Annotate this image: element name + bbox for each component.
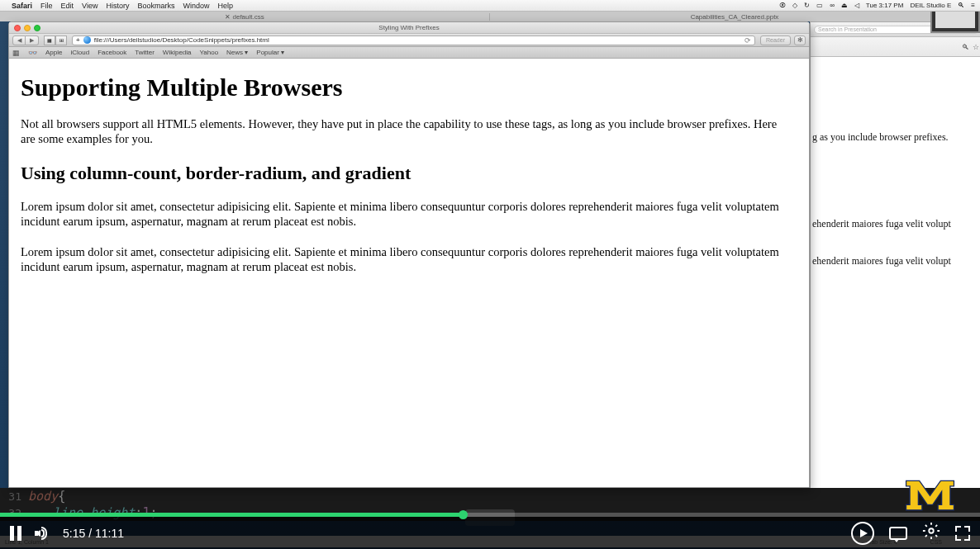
background-tabs: ✕ default.css Capabilities_CA_Cleared.pp… (0, 12, 980, 21)
watermark-logo (903, 476, 957, 513)
fullscreen-button[interactable] (955, 526, 970, 541)
webpage-content: Supporting Multiple Browsers Not all bro… (9, 59, 809, 487)
settings-gear-button[interactable] (922, 522, 940, 544)
safari-titlebar[interactable]: Styling With Prefixes (9, 22, 809, 34)
bg-text-line-1: g as you include browser prefixes. (812, 131, 980, 144)
menubar-user[interactable]: DEIL Studio E (910, 2, 951, 9)
css-brace: { (58, 489, 65, 504)
video-player-controls: 5:15 / 11:11 (0, 513, 980, 549)
reading-list-icon[interactable]: 👓 (28, 49, 37, 57)
menubar-eject-icon[interactable]: ⏏ (841, 2, 848, 9)
topsites-button[interactable]: ⊞ (55, 35, 67, 45)
lorem-paragraph-1: Lorem ipsum dolor sit amet, consectetur … (21, 199, 797, 229)
address-bar[interactable]: + file:///Users/deilstudioe/Desktop/Code… (72, 35, 755, 45)
volume-icon[interactable] (35, 526, 50, 541)
css-selector: body (28, 489, 58, 504)
video-total-time: 11:11 (95, 527, 124, 540)
back-button[interactable]: ◀ (12, 35, 26, 45)
page-heading-1: Supporting Multiple Browsers (21, 73, 797, 102)
video-controls-row: 5:15 / 11:11 (0, 517, 980, 549)
menubar-volume-icon[interactable]: ◁ (854, 2, 859, 9)
spotlight-icon[interactable]: 🔍︎ (958, 2, 964, 9)
video-progress-bar[interactable] (0, 513, 980, 517)
add-bookmark-icon[interactable]: + (76, 36, 80, 44)
menubar-display-icon[interactable]: ▭ (816, 2, 823, 9)
bg-tab-2[interactable]: Capabilities_CA_Cleared.pptx (490, 13, 980, 21)
menubar-status-icon[interactable]: ⦿ (779, 2, 786, 9)
bookmarks-bar: ▦ 👓 Apple iCloud Facebook Twitter Wikipe… (9, 47, 809, 59)
bg-star-icon[interactable]: ☆ (973, 43, 979, 51)
editor-line-31[interactable]: 31 body { (0, 488, 980, 504)
safari-toolbar: ◀ ▶ ▦ ⊞ + file:///Users/deilstudioe/Desk… (9, 34, 809, 47)
menu-bookmarks[interactable]: Bookmarks (137, 2, 174, 10)
menu-window[interactable]: Window (183, 2, 209, 10)
bookmark-news[interactable]: News ▾ (226, 49, 248, 56)
sidebar-toggle-button[interactable]: ▦ (44, 35, 55, 45)
menubar-list-icon[interactable]: ≡ (971, 2, 975, 9)
bg-zoom-icon[interactable]: 🔍︎ (962, 43, 969, 51)
forward-button[interactable]: ▶ (26, 35, 39, 45)
reader-button[interactable]: Reader (760, 35, 791, 45)
bg-slide-content: g as you include browser prefixes. ehend… (811, 57, 980, 276)
menu-file[interactable]: File (40, 2, 53, 10)
bg-text-line-3: ehenderit maiores fuga velit volupt (812, 255, 980, 267)
bg-window-toolbar2: 🔍︎ ☆ (811, 37, 980, 57)
menu-history[interactable]: History (106, 2, 129, 10)
menu-help[interactable]: Help (217, 2, 233, 10)
bookmark-facebook[interactable]: Facebook (98, 49, 126, 56)
video-time-display: 5:15 / 11:11 (63, 527, 124, 540)
bg-text-line-2: ehenderit maiores fuga velit volupt (812, 218, 980, 230)
bookmark-wikipedia[interactable]: Wikipedia (163, 49, 192, 56)
safari-window: Styling With Prefixes ◀ ▶ ▦ ⊞ + file:///… (8, 21, 810, 488)
captions-button[interactable] (889, 527, 907, 540)
bookmarks-menu-icon[interactable]: ▦ (12, 49, 20, 57)
url-text: file:///Users/deilstudioe/Desktop/CodeSn… (94, 36, 741, 44)
settings-button[interactable]: ✻ (794, 35, 806, 45)
bookmark-twitter[interactable]: Twitter (135, 49, 155, 56)
background-presentation-window: Search in Presentation 🔍︎ ☆ g as you inc… (810, 21, 980, 492)
bookmark-yahoo[interactable]: Yahoo (200, 49, 219, 56)
bookmark-apple[interactable]: Apple (45, 49, 62, 56)
bg-tab-1[interactable]: ✕ default.css (0, 13, 490, 21)
menubar-link-icon[interactable]: ∞ (830, 2, 835, 9)
layout-buttons: ▦ ⊞ (44, 35, 67, 45)
menu-view[interactable]: View (82, 2, 98, 10)
autoplay-button[interactable] (851, 522, 874, 545)
site-icon (83, 36, 91, 44)
reload-icon[interactable]: ⟳ (745, 36, 751, 45)
menubar-sync-icon[interactable]: ↻ (804, 2, 810, 9)
window-title: Styling With Prefixes (9, 24, 809, 31)
nav-buttons: ◀ ▶ (12, 35, 39, 45)
bookmark-icloud[interactable]: iCloud (70, 49, 89, 56)
menubar-time[interactable]: Tue 3:17 PM (866, 2, 904, 9)
intro-paragraph: Not all browsers support all HTML5 eleme… (21, 116, 789, 146)
menubar-dropbox-icon[interactable]: ◇ (792, 2, 797, 9)
svg-point-0 (929, 528, 934, 533)
line-number: 31 (0, 490, 28, 503)
app-name[interactable]: Safari (12, 2, 32, 10)
bookmark-popular[interactable]: Popular ▾ (256, 49, 284, 56)
video-current-time: 5:15 (63, 527, 85, 540)
page-heading-2: Using column-count, border-radium, and g… (21, 163, 797, 184)
video-progress-played (0, 513, 463, 517)
video-progress-handle[interactable] (459, 510, 468, 519)
lorem-paragraph-2: Lorem ipsum dolor sit amet, consectetur … (21, 244, 797, 274)
macos-menubar: Safari File Edit View History Bookmarks … (0, 0, 980, 12)
pause-button[interactable] (10, 526, 21, 541)
menu-edit[interactable]: Edit (61, 2, 74, 10)
